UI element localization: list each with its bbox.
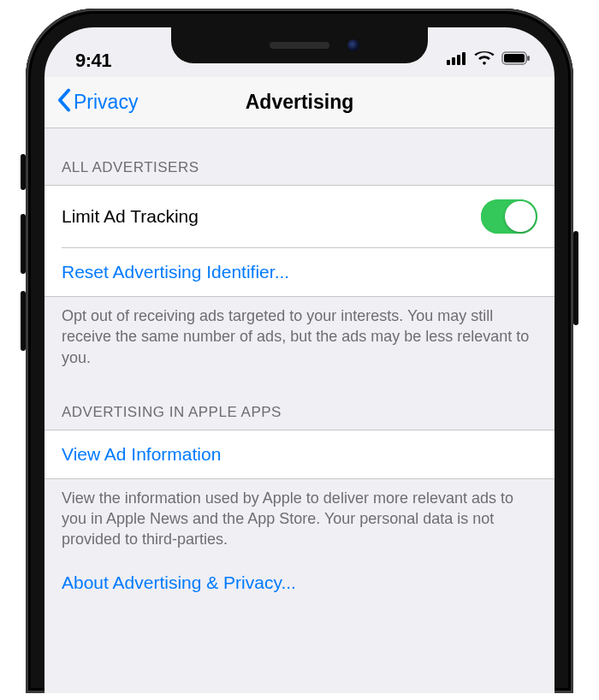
about-advertising-privacy-link[interactable]: About Advertising & Privacy... — [44, 557, 555, 600]
section-header-apple-apps: ADVERTISING IN APPLE APPS — [44, 375, 555, 430]
section-all-advertisers: Limit Ad Tracking Reset Advertising Iden… — [44, 185, 555, 297]
wifi-icon — [474, 48, 495, 70]
svg-rect-0 — [447, 60, 450, 65]
volume-up-button — [21, 214, 26, 274]
settings-content: ALL ADVERTISERS Limit Ad Tracking Reset … — [44, 128, 555, 600]
view-ad-information-row[interactable]: View Ad Information — [44, 430, 555, 478]
toggle-knob — [505, 201, 536, 232]
back-button[interactable]: Privacy — [56, 88, 138, 117]
limit-ad-tracking-label: Limit Ad Tracking — [62, 206, 199, 227]
svg-rect-1 — [452, 57, 455, 65]
notch — [171, 27, 428, 63]
screen: 9:41 Privacy Advertising — [44, 27, 555, 693]
reset-advertising-identifier-row[interactable]: Reset Advertising Identifier... — [44, 248, 555, 296]
svg-rect-5 — [504, 54, 525, 62]
side-button — [573, 231, 578, 325]
svg-rect-3 — [462, 52, 466, 65]
silent-switch — [21, 154, 26, 190]
back-label: Privacy — [74, 91, 138, 114]
section-apple-apps: View Ad Information — [44, 430, 555, 479]
svg-rect-6 — [527, 56, 530, 61]
svg-rect-2 — [457, 55, 460, 65]
section-header-all-advertisers: ALL ADVERTISERS — [44, 130, 555, 185]
navigation-bar: Privacy Advertising — [44, 77, 555, 128]
section-footer-all-advertisers: Opt out of receiving ads targeted to you… — [44, 297, 555, 375]
status-icons — [447, 48, 531, 72]
earpiece-speaker — [270, 42, 329, 49]
status-time: 9:41 — [75, 50, 111, 72]
front-camera — [347, 39, 359, 51]
section-footer-apple-apps: View the information used by Apple to de… — [44, 479, 555, 557]
battery-icon — [501, 48, 531, 70]
view-ad-information-label: View Ad Information — [62, 444, 221, 465]
limit-ad-tracking-row[interactable]: Limit Ad Tracking — [44, 186, 555, 247]
phone-device-frame: 9:41 Privacy Advertising — [26, 9, 573, 693]
reset-advertising-identifier-label: Reset Advertising Identifier... — [62, 262, 289, 282]
limit-ad-tracking-toggle[interactable] — [481, 199, 537, 234]
cellular-icon — [447, 48, 467, 70]
volume-down-button — [21, 291, 26, 351]
chevron-left-icon — [56, 88, 72, 117]
